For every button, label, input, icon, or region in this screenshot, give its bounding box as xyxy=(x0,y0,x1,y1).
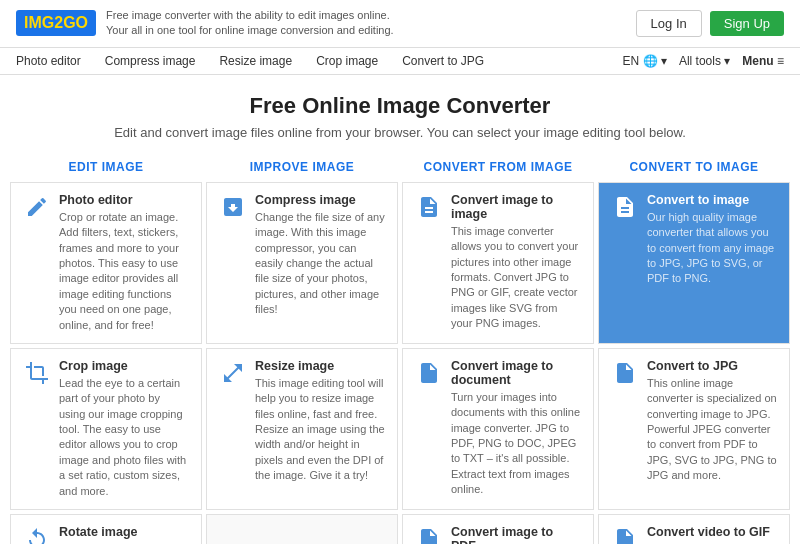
tool-convert-to-image[interactable]: Convert to image Our high quality image … xyxy=(598,182,790,344)
signup-button[interactable]: Sign Up xyxy=(710,11,784,36)
header: IMG2GO Free image converter with the abi… xyxy=(0,0,800,48)
chevron-down-icon-tools: ▾ xyxy=(724,54,730,68)
menu-icon: ≡ xyxy=(777,54,784,68)
tool-photo-editor-desc: Crop or rotate an image. Add filters, te… xyxy=(59,210,189,333)
login-button[interactable]: Log In xyxy=(636,10,702,37)
compress-icon xyxy=(219,193,247,221)
category-to: CONVERT TO IMAGE xyxy=(596,152,792,180)
tool-resize-title: Resize image xyxy=(255,359,385,373)
tool-rotate-title: Rotate image xyxy=(59,525,189,539)
tool-convert-video-to-gif[interactable]: Convert video to GIF Animated GIFs are a… xyxy=(598,514,790,544)
tool-photo-editor[interactable]: Photo editor Crop or rotate an image. Ad… xyxy=(10,182,202,344)
tools-grid: Photo editor Crop or rotate an image. Ad… xyxy=(0,180,800,544)
convert-gif-icon xyxy=(611,525,639,544)
tool-convert-pdf-title: Convert image to PDF xyxy=(451,525,581,544)
nav-right: EN 🌐 ▾ All tools ▾ Menu ≡ xyxy=(623,54,784,68)
tool-convert-doc-desc: Turn your images into documents with thi… xyxy=(451,390,581,498)
tagline: Free image converter with the ability to… xyxy=(106,8,394,39)
tool-resize-image[interactable]: Resize image This image editing tool wil… xyxy=(206,348,398,510)
logo: IMG2GO xyxy=(16,10,96,36)
logo-highlight: 2 xyxy=(54,14,63,31)
category-from: CONVERT FROM IMAGE xyxy=(400,152,596,180)
tool-crop-image[interactable]: Crop image Lead the eye to a certain par… xyxy=(10,348,202,510)
tool-convert-to-image-desc: Our high quality image converter that al… xyxy=(647,210,777,287)
tool-to-jpg-desc: This online image converter is specializ… xyxy=(647,376,777,484)
nav-crop-image[interactable]: Crop image xyxy=(316,54,378,68)
nav-convert-to-jpg[interactable]: Convert to JPG xyxy=(402,54,484,68)
tool-convert-image-to-doc[interactable]: Convert image to document Turn your imag… xyxy=(402,348,594,510)
tool-video-gif-title: Convert video to GIF xyxy=(647,525,777,539)
resize-icon xyxy=(219,359,247,387)
nav-all-tools[interactable]: All tools ▾ xyxy=(679,54,730,68)
category-improve: IMPROVE IMAGE xyxy=(204,152,400,180)
tool-convert-to-image-title: Convert to image xyxy=(647,193,777,207)
convert-image-icon xyxy=(415,193,443,221)
tool-compress-desc: Change the file size of any image. With … xyxy=(255,210,385,318)
tool-convert-img-title: Convert image to image xyxy=(451,193,581,221)
convert-to-jpg-icon xyxy=(611,359,639,387)
logo-end: GO xyxy=(63,14,88,31)
hero-title: Free Online Image Converter xyxy=(16,93,784,119)
category-headers: EDIT IMAGE IMPROVE IMAGE CONVERT FROM IM… xyxy=(0,152,800,180)
nav-photo-editor[interactable]: Photo editor xyxy=(16,54,81,68)
nav-lang[interactable]: EN 🌐 ▾ xyxy=(623,54,667,68)
tool-convert-image-to-image[interactable]: Convert image to image This image conver… xyxy=(402,182,594,344)
header-actions: Log In Sign Up xyxy=(636,10,784,37)
nav-menu[interactable]: Menu ≡ xyxy=(742,54,784,68)
crop-icon xyxy=(23,359,51,387)
nav-compress-image[interactable]: Compress image xyxy=(105,54,196,68)
globe-icon: 🌐 xyxy=(643,54,658,68)
photo-editor-icon xyxy=(23,193,51,221)
hero-subtitle: Edit and convert image files online from… xyxy=(16,125,784,140)
tagline-line1: Free image converter with the ability to… xyxy=(106,8,394,23)
hero-section: Free Online Image Converter Edit and con… xyxy=(0,75,800,152)
tool-convert-to-jpg[interactable]: Convert to JPG This online image convert… xyxy=(598,348,790,510)
tool-compress-title: Compress image xyxy=(255,193,385,207)
tool-crop-title: Crop image xyxy=(59,359,189,373)
logo-text: IMG xyxy=(24,14,54,31)
tool-convert-doc-title: Convert image to document xyxy=(451,359,581,387)
tool-convert-img-desc: This image converter allows you to conve… xyxy=(451,224,581,332)
tool-photo-editor-title: Photo editor xyxy=(59,193,189,207)
tool-to-jpg-title: Convert to JPG xyxy=(647,359,777,373)
tool-improve-empty-1 xyxy=(206,514,398,544)
logo-section: IMG2GO Free image converter with the abi… xyxy=(16,8,394,39)
convert-doc-icon xyxy=(415,359,443,387)
nav-resize-image[interactable]: Resize image xyxy=(219,54,292,68)
nav-left: Photo editor Compress image Resize image… xyxy=(16,54,484,68)
tool-compress-image[interactable]: Compress image Change the file size of a… xyxy=(206,182,398,344)
rotate-icon xyxy=(23,525,51,544)
category-edit: EDIT IMAGE xyxy=(8,152,204,180)
tool-convert-image-to-pdf[interactable]: Convert image to PDF This online PDF con… xyxy=(402,514,594,544)
tool-resize-desc: This image editing tool will help you to… xyxy=(255,376,385,484)
convert-pdf-icon xyxy=(415,525,443,544)
convert-to-image-icon xyxy=(611,193,639,221)
nav: Photo editor Compress image Resize image… xyxy=(0,48,800,75)
chevron-down-icon: ▾ xyxy=(661,54,667,68)
tool-rotate-image[interactable]: Rotate image Your image is upside down o… xyxy=(10,514,202,544)
tool-crop-desc: Lead the eye to a certain part of your p… xyxy=(59,376,189,499)
tagline-line2: Your all in one tool for online image co… xyxy=(106,23,394,38)
